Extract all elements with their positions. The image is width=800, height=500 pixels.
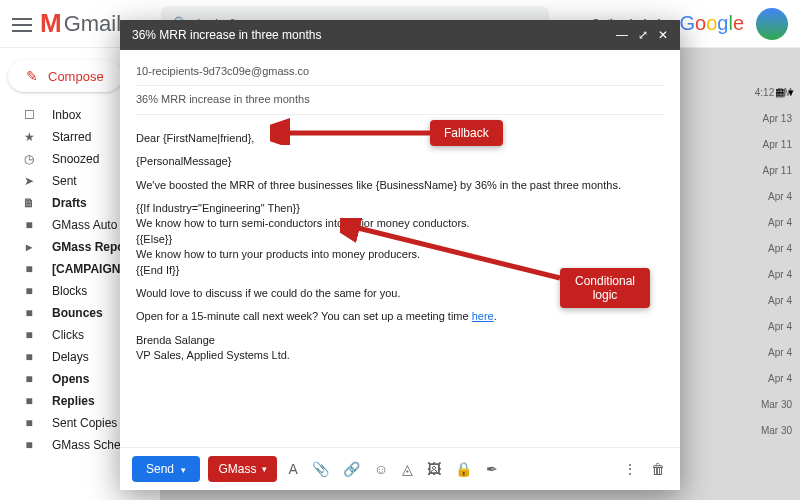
sidebar-item-label: Opens: [52, 372, 89, 386]
font-icon[interactable]: A: [285, 461, 300, 477]
paragraph-1: We've boosted the MRR of three businesse…: [136, 178, 664, 193]
folder-icon: ■: [20, 262, 38, 276]
folder-icon: ■: [20, 416, 38, 430]
mail-time: Apr 11: [740, 132, 792, 158]
folder-icon: ■: [20, 306, 38, 320]
sidebar-item-label: Sent: [52, 174, 77, 188]
folder-icon: ■: [20, 284, 38, 298]
meeting-link[interactable]: here: [472, 310, 494, 322]
folder-icon: ▸: [20, 240, 38, 254]
annotation-conditional: Conditional logic: [560, 268, 650, 308]
expand-icon[interactable]: ⤢: [638, 28, 648, 42]
folder-icon: ■: [20, 350, 38, 364]
arrow-fallback: [270, 115, 440, 145]
endif-line: {{End If}}: [136, 264, 179, 276]
sidebar-item-label: Blocks: [52, 284, 87, 298]
signature-name: Brenda Salange: [136, 334, 215, 346]
sidebar-item-label: Snoozed: [52, 152, 99, 166]
compose-toolbar: Send ▾ GMass A 📎 🔗 ☺ ◬ 🖼 🔒 ✒ ⋮ 🗑: [120, 447, 680, 490]
sidebar-item-label: GMass Repor: [52, 240, 129, 254]
mail-time: Apr 4: [740, 210, 792, 236]
gmail-logo: M Gmail: [40, 8, 121, 39]
sidebar-item-label: Clicks: [52, 328, 84, 342]
folder-icon: ➤: [20, 174, 38, 188]
view-toggle-icon[interactable]: ▦ ▾: [775, 86, 794, 99]
mail-time: Apr 4: [740, 262, 792, 288]
mail-time: Mar 30: [740, 418, 792, 444]
close-icon[interactable]: ✕: [658, 28, 668, 42]
compose-titlebar: 36% MRR increase in three months — ⤢ ✕: [120, 20, 680, 50]
mail-time: Apr 4: [740, 340, 792, 366]
image-icon[interactable]: 🖼: [424, 461, 444, 477]
sidebar-item-label: Replies: [52, 394, 95, 408]
folder-icon: ■: [20, 218, 38, 232]
sidebar-item-label: GMass Sched: [52, 438, 127, 452]
sidebar-item-label: Starred: [52, 130, 91, 144]
avatar[interactable]: [756, 8, 788, 40]
gmail-m-icon: M: [40, 8, 62, 39]
sidebar-item-label: Delays: [52, 350, 89, 364]
folder-icon: ☐: [20, 108, 38, 122]
mail-time: Apr 4: [740, 366, 792, 392]
more-icon[interactable]: ⋮: [620, 461, 640, 477]
pencil-icon: ✎: [26, 68, 38, 84]
sidebar-item-label: GMass Auto F: [52, 218, 128, 232]
signature-title: VP Sales, Applied Systems Ltd.: [136, 349, 290, 361]
folder-icon: ■: [20, 394, 38, 408]
compose-label: Compose: [48, 69, 104, 84]
sidebar-item-label: Sent Copies: [52, 416, 117, 430]
compose-title: 36% MRR increase in three months: [132, 28, 606, 42]
mail-time: Apr 11: [740, 158, 792, 184]
personal-message: {PersonalMessage}: [136, 154, 664, 169]
arrow-conditional: [340, 218, 570, 298]
mail-time: Apr 4: [740, 314, 792, 340]
folder-icon: ■: [20, 372, 38, 386]
annotation-fallback: Fallback: [430, 120, 503, 146]
drive-icon[interactable]: ◬: [399, 461, 416, 477]
pen-icon[interactable]: ✒: [483, 461, 501, 477]
folder-icon: ■: [20, 438, 38, 452]
folder-icon: ■: [20, 328, 38, 342]
mail-time: Apr 13: [740, 106, 792, 132]
sidebar-item-label: [CAMPAIGN: [52, 262, 120, 276]
trash-icon[interactable]: 🗑: [648, 461, 668, 477]
minimize-icon[interactable]: —: [616, 28, 628, 42]
to-field[interactable]: 10-recipients-9d73c09e@gmass.co: [136, 58, 664, 86]
mail-time: Apr 4: [740, 236, 792, 262]
paragraph-3: Open for a 15-minute call next week? You…: [136, 309, 664, 324]
sidebar-item-label: Inbox: [52, 108, 81, 122]
mail-time: Mar 30: [740, 392, 792, 418]
gmass-button[interactable]: GMass: [208, 456, 277, 482]
lock-icon[interactable]: 🔒: [452, 461, 475, 477]
mail-time: Apr 4: [740, 288, 792, 314]
link-icon[interactable]: 🔗: [340, 461, 363, 477]
folder-icon: ★: [20, 130, 38, 144]
subject-field[interactable]: 36% MRR increase in three months: [136, 86, 664, 114]
gmail-label: Gmail: [64, 11, 121, 37]
compose-button[interactable]: ✎ Compose: [8, 60, 122, 92]
mail-timestamps: 4:12 PMApr 13Apr 11Apr 11Apr 4Apr 4Apr 4…: [740, 80, 800, 444]
menu-icon[interactable]: [12, 14, 32, 34]
google-logo: Google: [679, 12, 744, 35]
folder-icon: ◷: [20, 152, 38, 166]
sidebar-item-label: Bounces: [52, 306, 103, 320]
folder-icon: 🗎: [20, 196, 38, 210]
else-line: {{Else}}: [136, 233, 172, 245]
if-line: {{If Industry="Engineering" Then}}: [136, 202, 300, 214]
send-button[interactable]: Send ▾: [132, 456, 200, 482]
sidebar-item-label: Drafts: [52, 196, 87, 210]
attach-icon[interactable]: 📎: [309, 461, 332, 477]
emoji-icon[interactable]: ☺: [371, 461, 391, 477]
svg-line-1: [350, 226, 560, 278]
mail-time: Apr 4: [740, 184, 792, 210]
